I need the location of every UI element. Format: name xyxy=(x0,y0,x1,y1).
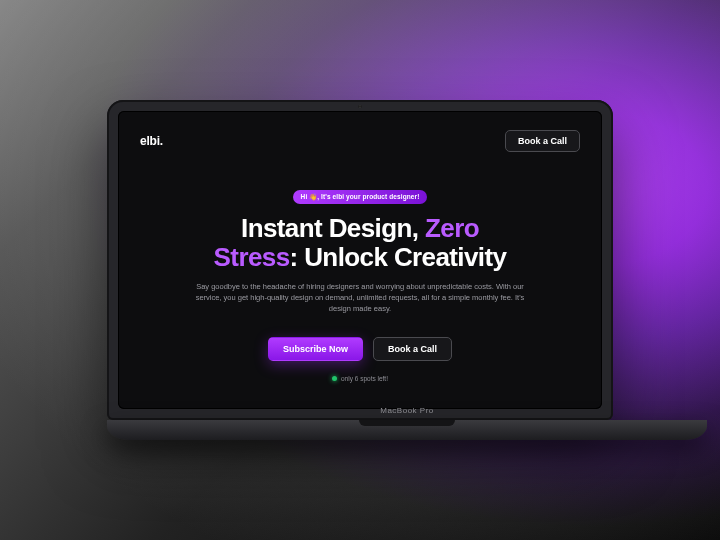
hero-section: Hi 👋, It's elbi your product designer! I… xyxy=(140,185,580,385)
cta-row: Subscribe Now Book a Call xyxy=(158,337,562,361)
laptop-lid: elbi. Book a Call Hi 👋, It's elbi your p… xyxy=(107,100,613,420)
subscribe-button[interactable]: Subscribe Now xyxy=(268,337,363,361)
spots-text: only 6 spots left! xyxy=(341,375,388,382)
headline-accent-2: Stress xyxy=(214,242,290,272)
book-call-button-nav[interactable]: Book a Call xyxy=(505,130,580,152)
headline-accent-1: Zero xyxy=(425,213,479,243)
hero-subtext: Say goodbye to the headache of hiring de… xyxy=(190,282,530,315)
landing-page: elbi. Book a Call Hi 👋, It's elbi your p… xyxy=(118,111,602,409)
headline-part-2: : Unlock Creativity xyxy=(290,242,507,272)
camera-dot xyxy=(359,105,362,108)
headline-part-1: Instant Design, xyxy=(241,213,425,243)
top-nav: elbi. Book a Call xyxy=(140,127,580,155)
laptop-screen: elbi. Book a Call Hi 👋, It's elbi your p… xyxy=(118,111,602,409)
book-call-button-hero[interactable]: Book a Call xyxy=(373,337,452,361)
laptop-base: MacBook Pro xyxy=(107,420,707,440)
spots-indicator: only 6 spots left! xyxy=(332,375,388,382)
device-model-label: MacBook Pro xyxy=(380,406,434,415)
hero-headline: Instant Design, Zero Stress: Unlock Crea… xyxy=(158,214,562,272)
intro-pill: Hi 👋, It's elbi your product designer! xyxy=(293,190,428,204)
laptop-mockup: elbi. Book a Call Hi 👋, It's elbi your p… xyxy=(107,100,613,440)
availability-dot-icon xyxy=(332,376,337,381)
brand-logo[interactable]: elbi. xyxy=(140,134,163,148)
